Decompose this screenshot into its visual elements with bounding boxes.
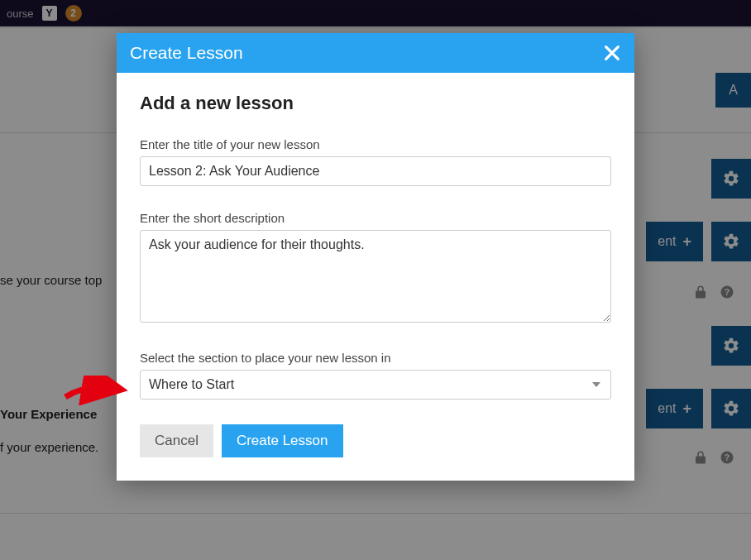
chevron-down-icon (592, 382, 600, 387)
description-field-group: Enter the short description (140, 211, 611, 326)
cancel-button[interactable]: Cancel (140, 424, 213, 457)
section-select[interactable]: Where to Start (140, 370, 611, 400)
create-lesson-modal: Create Lesson Add a new lesson Enter the… (117, 33, 634, 481)
modal-header: Create Lesson (117, 33, 634, 73)
modal-title: Create Lesson (130, 43, 243, 63)
description-label: Enter the short description (140, 211, 611, 225)
section-label: Select the section to place your new les… (140, 351, 611, 365)
section-field-group: Select the section to place your new les… (140, 351, 611, 400)
close-icon[interactable] (603, 44, 621, 62)
title-field-group: Enter the title of your new lesson (140, 137, 611, 186)
section-selected-value: Where to Start (149, 377, 234, 391)
modal-body: Add a new lesson Enter the title of your… (117, 73, 634, 481)
title-label: Enter the title of your new lesson (140, 137, 611, 151)
create-lesson-button[interactable]: Create Lesson (222, 424, 343, 457)
modal-overlay: Create Lesson Add a new lesson Enter the… (0, 0, 751, 560)
modal-actions: Cancel Create Lesson (140, 424, 611, 457)
lesson-title-input[interactable] (140, 156, 611, 186)
lesson-description-textarea[interactable] (140, 230, 611, 323)
modal-subtitle: Add a new lesson (140, 93, 611, 114)
